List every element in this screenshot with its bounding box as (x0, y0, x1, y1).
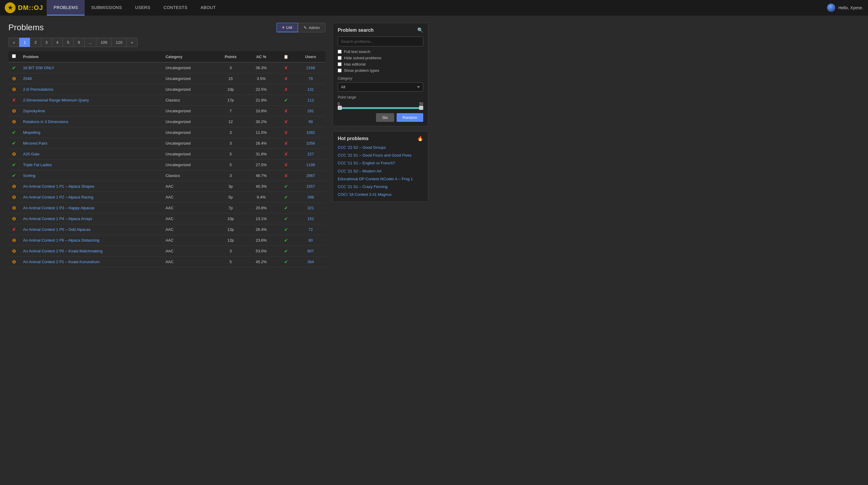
problem-link[interactable]: Triple Fat Ladies (23, 163, 52, 167)
problem-link[interactable]: 2-D Permutations (23, 87, 53, 92)
users-link[interactable]: 398 (308, 195, 314, 199)
users-link[interactable]: 2987 (306, 173, 315, 178)
checkbox-show-types-input[interactable] (338, 68, 342, 73)
td-ac: 45.2% (246, 257, 276, 267)
checkbox-hide-solved-input[interactable] (338, 56, 342, 60)
problem-link[interactable]: An Animal Contest 2 P1 – Koala Konundrum (23, 260, 100, 264)
page-6[interactable]: 6 (73, 38, 84, 47)
problem-link[interactable]: Mirrored Pairs (23, 141, 48, 145)
users-link[interactable]: 807 (308, 249, 314, 253)
range-thumb-left[interactable] (338, 106, 342, 110)
problem-link[interactable]: An Animal Contest 1 P4 – Alpaca Arrays (23, 217, 92, 221)
users-link[interactable]: 80 (308, 238, 313, 242)
problem-link[interactable]: Mispelling (23, 130, 40, 135)
users-link[interactable]: 1199 (306, 163, 315, 167)
users-link[interactable]: 291 (308, 109, 314, 113)
problem-link[interactable]: 2048 (23, 76, 32, 81)
users-link[interactable]: 72 (308, 227, 313, 232)
hot-list-item[interactable]: COCI '18 Contest 3 #1 Magnus (338, 192, 423, 197)
logo[interactable]: ★ DM::OJ (5, 2, 43, 13)
page-110[interactable]: 110 (111, 38, 126, 47)
status-green-icon: ✔ (12, 130, 16, 135)
problem-link[interactable]: 2-Dimensional Range Minimum Query (23, 98, 89, 103)
problem-link[interactable]: Rotations in 3 Dimensions (23, 119, 68, 124)
hot-list-item[interactable]: CCC '21 S1 – Crazy Fencing (338, 184, 423, 190)
checkbox-hide-solved[interactable]: Hide solved problems (338, 56, 423, 60)
problem-link[interactable]: An Animal Contest 1 P5 – Odd Alpacas (23, 227, 90, 232)
td-users: 227 (296, 149, 326, 160)
checkbox-has-editorial-input[interactable] (338, 62, 342, 66)
users-link[interactable]: 227 (308, 152, 314, 156)
users-link[interactable]: 131 (308, 87, 314, 92)
page-next[interactable]: » (126, 38, 137, 47)
nav-link-problems[interactable]: PROBLEMS (47, 0, 85, 16)
page-3[interactable]: 3 (41, 38, 52, 47)
td-problem: 2-D Permutations (20, 84, 162, 95)
list-icon: ≡ (282, 25, 284, 30)
td-ac-icon: ✔ (276, 224, 296, 235)
search-input[interactable] (338, 36, 423, 47)
users-link[interactable]: 364 (308, 260, 314, 264)
page-4[interactable]: 4 (52, 38, 63, 47)
problem-link[interactable]: Sorting (23, 173, 35, 178)
hot-list-item[interactable]: CCC '22 S1 – Good Fours and Good Fives (338, 153, 423, 158)
users-link[interactable]: 321 (308, 206, 314, 210)
checkbox-full-text[interactable]: Full text search (338, 49, 423, 54)
checkbox-has-editorial[interactable]: Has editorial (338, 62, 423, 66)
hot-list-item[interactable]: CCC '22 S2 – Good Groups (338, 145, 423, 150)
problem-link[interactable]: 2spooky4me (23, 109, 45, 113)
td-users: 1199 (296, 160, 326, 170)
users-link[interactable]: 152 (308, 217, 314, 221)
category-select[interactable]: All Uncategorized Classics AAC (338, 82, 423, 92)
checkbox-show-problem-types[interactable]: Show problem types (338, 68, 423, 73)
problem-link[interactable]: An Animal Contest 2 P0 – Koala Matchmaki… (23, 249, 102, 253)
problem-link[interactable]: An Animal Contest 1 P3 – Happy Alpacas (23, 206, 94, 210)
status-green-icon: ✔ (12, 162, 16, 167)
problem-link[interactable]: An Animal Contest 1 P1 – Alpaca Shapes (23, 184, 95, 189)
users-link[interactable]: 99 (308, 119, 313, 124)
page-109[interactable]: 109 (96, 38, 111, 47)
td-category: Uncategorized (162, 62, 215, 73)
view-list-button[interactable]: ≡ List (276, 23, 298, 32)
td-status: ⊖ (8, 181, 20, 192)
search-icon[interactable]: 🔍 (417, 27, 423, 33)
go-button[interactable]: Go (376, 113, 394, 122)
td-category: Uncategorized (162, 149, 215, 160)
users-link[interactable]: 112 (308, 98, 314, 103)
select-all-checkbox[interactable] (12, 54, 16, 58)
td-ac: 30.2% (246, 116, 276, 127)
hot-list-item[interactable]: CCC '11 S1 – English or French? (338, 161, 423, 166)
td-points: 17p (215, 95, 246, 106)
checkbox-full-text-input[interactable] (338, 50, 342, 54)
td-status: ⊖ (8, 213, 20, 224)
nav-link-users[interactable]: USERS (129, 0, 157, 16)
users-link[interactable]: 1056 (306, 141, 315, 145)
problem-link[interactable]: 16 BIT S/W ONLY (23, 65, 54, 70)
page-2[interactable]: 2 (30, 38, 41, 47)
users-link[interactable]: 79 (308, 76, 313, 81)
problem-link[interactable]: An Animal Contest 1 P6 – Alpaca Distanci… (23, 238, 99, 242)
status-orange-icon: ⊖ (12, 216, 16, 221)
search-buttons: Go Random (338, 113, 423, 122)
page-prev[interactable]: « (8, 38, 19, 47)
nav-link-about[interactable]: ABOUT (194, 0, 222, 16)
view-admin-button[interactable]: ✎ Admin (298, 23, 326, 32)
users-link[interactable]: 1557 (306, 184, 315, 189)
ac-icon-red: ✘ (284, 76, 288, 81)
problem-link[interactable]: A20 Gate (23, 152, 39, 156)
td-users: 2168 (296, 62, 326, 73)
random-button[interactable]: Random (397, 113, 423, 122)
users-link[interactable]: 2168 (306, 65, 315, 70)
hot-list-item[interactable]: Educational DP Contest AtCoder A – Frog … (338, 176, 423, 182)
page-5[interactable]: 5 (63, 38, 73, 47)
td-status: ⊖ (8, 235, 20, 246)
problem-link[interactable]: An Animal Contest 1 P2 – Alpaca Racing (23, 195, 93, 199)
page-1[interactable]: 1 (19, 38, 30, 47)
hot-list-item[interactable]: CCC '21 S2 – Modern Art (338, 169, 423, 174)
users-link[interactable]: 1092 (306, 130, 315, 135)
nav-link-contests[interactable]: CONTESTS (157, 0, 194, 16)
td-problem: Mispelling (20, 127, 162, 138)
range-thumb-right[interactable] (419, 106, 423, 110)
ac-icon-green: ✔ (284, 205, 288, 210)
nav-link-submissions[interactable]: SUBMISSIONS (85, 0, 129, 16)
